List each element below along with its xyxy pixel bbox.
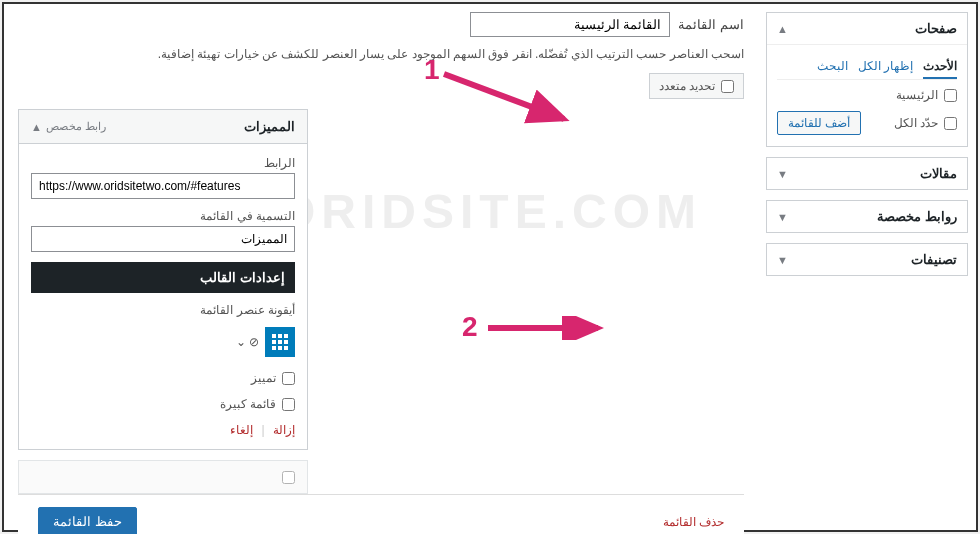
ghost-checkbox[interactable] [282,471,295,484]
theme-settings-header: إعدادات القالب [31,262,295,293]
icon-dropdown[interactable]: ⊘ ⌄ [236,335,259,349]
chevron-down-icon: ⌄ [236,335,246,349]
url-field: الرابط [31,156,295,199]
page-item-home-checkbox[interactable] [944,89,957,102]
caret-down-icon: ▼ [777,211,788,223]
help-text: اسحب العناصر حسب الترتيب الذي تُفضّله. ا… [18,47,744,61]
select-all-label: حدّد الكل [894,116,938,130]
nav-label-input[interactable] [31,226,295,252]
bulk-select-button[interactable]: تحديد متعدد [649,73,744,99]
posts-box[interactable]: مقالات ▼ [766,157,968,190]
menu-name-row: اسم القائمة [18,12,744,37]
annotation-number-1: 1 [424,54,440,86]
annotation-number-2: 2 [462,311,478,343]
posts-box-title: مقالات [920,166,957,181]
url-label: الرابط [31,156,295,170]
caret-down-icon: ▼ [777,168,788,180]
menu-item-type: رابط مخصص [46,120,106,133]
page-item-home-label: الرئيسية [896,88,938,102]
menu-item: المميزات رابط مخصص ▲ الرابط التسمية في ا… [18,109,308,450]
save-menu-button[interactable]: حفظ القائمة [38,507,137,534]
bottom-bar: حذف القائمة حفظ القائمة [18,494,744,534]
icon-picker-button[interactable] [265,327,295,357]
bulk-select-checkbox[interactable] [721,80,734,93]
custom-links-title: روابط مخصصة [877,209,957,224]
pages-box: صفحات ▲ الأحدث إظهار الكل البحث الرئيسية… [766,12,968,147]
tab-all[interactable]: إظهار الكل [858,55,913,79]
bulk-select-label: تحديد متعدد [659,79,715,93]
url-input[interactable] [31,173,295,199]
distinctive-checkbox[interactable] [282,372,295,385]
ban-icon: ⊘ [249,335,259,349]
distinctive-check[interactable]: تمييز [31,371,295,385]
custom-links-box[interactable]: روابط مخصصة ▼ [766,200,968,233]
delete-menu-link[interactable]: حذف القائمة [663,515,724,529]
main-area: اسم القائمة اسحب العناصر حسب الترتيب الذ… [4,4,758,530]
distinctive-label: تمييز [251,371,276,385]
mega-menu-checkbox[interactable] [282,398,295,411]
cancel-link[interactable]: إلغاء [230,423,253,437]
pages-tabs: الأحدث إظهار الكل البحث [777,55,957,80]
item-action-links: إزالة | إلغاء [31,423,295,437]
caret-up-icon: ▲ [31,121,42,133]
categories-box[interactable]: تصنيفات ▼ [766,243,968,276]
menu-name-input[interactable] [470,12,670,37]
menu-name-label: اسم القائمة [678,17,744,32]
caret-down-icon: ▼ [777,254,788,266]
grid-icon [272,334,288,350]
mega-menu-check[interactable]: قائمة كبيرة [31,397,295,411]
remove-link[interactable]: إزالة [273,423,295,437]
next-menu-item[interactable] [18,460,308,494]
tab-recent[interactable]: الأحدث [923,55,957,79]
icon-picker-label: أيقونة عنصر القائمة [31,303,295,317]
menu-item-title: المميزات [244,119,295,134]
pages-box-header[interactable]: صفحات ▲ [767,13,967,45]
pages-box-title: صفحات [915,21,957,36]
select-all-checkbox[interactable] [944,117,957,130]
page-item-home[interactable]: الرئيسية [777,88,957,102]
caret-up-icon: ▲ [777,23,788,35]
tab-search[interactable]: البحث [817,55,848,79]
sidebar: صفحات ▲ الأحدث إظهار الكل البحث الرئيسية… [758,4,976,530]
mega-menu-label: قائمة كبيرة [220,397,276,411]
add-to-menu-button[interactable]: أضف للقائمة [777,111,861,135]
nav-label-field: التسمية في القائمة [31,209,295,252]
menu-item-header[interactable]: المميزات رابط مخصص ▲ [18,109,308,144]
categories-title: تصنيفات [911,252,957,267]
nav-label-label: التسمية في القائمة [31,209,295,223]
select-all[interactable]: حدّد الكل [894,116,957,130]
